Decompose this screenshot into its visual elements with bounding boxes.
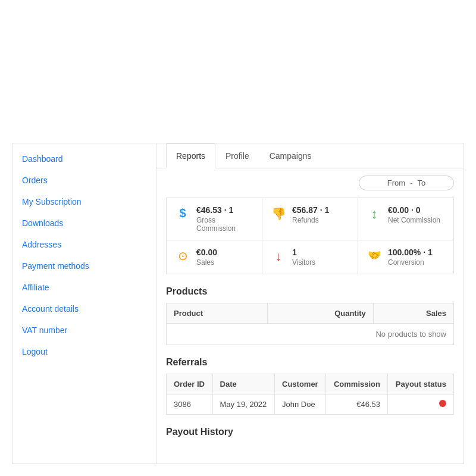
- products-col-sales: Sales: [373, 303, 453, 324]
- net-commission-value: €0.00 · 0: [388, 205, 440, 215]
- gross-commission-icon: $: [175, 206, 190, 220]
- col-payout-status: Payout status: [387, 374, 453, 394]
- payout-history-title: Payout History: [166, 427, 454, 437]
- sidebar-item-orders[interactable]: Orders: [12, 170, 156, 191]
- net-commission-label: Net Commission: [388, 216, 440, 224]
- page-wrapper: DashboardOrdersMy SubscriptionDownloadsA…: [0, 0, 476, 476]
- sidebar-item-affiliate[interactable]: Affiliate: [12, 277, 156, 298]
- to-label: To: [417, 178, 425, 187]
- products-section: Products Product Quantity Sales No produ…: [166, 286, 454, 345]
- referrals-header-row: Order ID Date Customer Commission Payout…: [167, 374, 454, 394]
- products-col-quantity: Quantity: [267, 303, 373, 324]
- sales-value: €0.00: [196, 248, 217, 257]
- referral-commission: €46.53: [326, 394, 388, 415]
- conversion-icon: 🤝: [367, 249, 382, 262]
- sales-label: Sales: [196, 258, 217, 267]
- stat-cell-refunds: 👎 €56.87 · 1 Refunds: [262, 198, 358, 240]
- stat-cell-net-commission: ↕ €0.00 · 0 Net Commission: [358, 198, 454, 240]
- referrals-row: 3086 May 19, 2022 John Doe €46.53: [167, 394, 454, 415]
- net-commission-icon: ↕: [367, 206, 382, 222]
- top-spacer: [12, 12, 464, 143]
- sidebar-item-account-details[interactable]: Account details: [12, 298, 156, 320]
- sidebar-item-downloads[interactable]: Downloads: [12, 212, 156, 234]
- referral-order-id: 3086: [167, 394, 213, 415]
- products-table-header-row: Product Quantity Sales: [167, 303, 454, 324]
- date-range-input[interactable]: From - To: [359, 176, 454, 190]
- products-no-data: No products to show: [167, 324, 454, 345]
- products-title: Products: [166, 286, 454, 297]
- referrals-section: Referrals Order ID Date Customer Commiss…: [166, 357, 454, 415]
- sidebar-item-payment-methods[interactable]: Payment methods: [12, 255, 156, 277]
- visitors-value: 1: [292, 248, 315, 257]
- referral-date: May 19, 2022: [212, 394, 274, 415]
- col-customer: Customer: [275, 374, 326, 394]
- net-commission-info: €0.00 · 0 Net Commission: [388, 205, 440, 224]
- col-order-id: Order ID: [167, 374, 213, 394]
- products-no-data-row: No products to show: [167, 324, 454, 345]
- date-range-bar: From - To: [156, 168, 464, 198]
- col-commission: Commission: [326, 374, 388, 394]
- visitors-info: 1 Visitors: [292, 248, 315, 267]
- referrals-title: Referrals: [166, 357, 454, 368]
- products-col-product: Product: [167, 303, 268, 324]
- tab-reports[interactable]: Reports: [166, 143, 215, 168]
- sidebar-item-my-subscription[interactable]: My Subscription: [12, 191, 156, 212]
- stat-cell-gross-commission: $ €46.53 · 1 Gross Commission: [167, 198, 262, 240]
- stat-cell-conversion: 🤝 100.00% · 1 Conversion: [358, 240, 454, 274]
- stats-grid: $ €46.53 · 1 Gross Commission 👎 €56.87 ·…: [166, 198, 454, 274]
- sidebar-item-logout[interactable]: Logout: [12, 341, 156, 362]
- tab-campaigns[interactable]: Campaigns: [259, 143, 322, 168]
- from-label: From: [387, 178, 405, 187]
- referrals-table: Order ID Date Customer Commission Payout…: [166, 374, 454, 415]
- sales-icon: ⊙: [175, 249, 190, 263]
- tab-profile[interactable]: Profile: [215, 143, 259, 168]
- referral-customer: John Doe: [275, 394, 326, 415]
- refunds-icon: 👎: [271, 206, 286, 221]
- products-table: Product Quantity Sales No products to sh…: [166, 303, 454, 345]
- visitors-label: Visitors: [292, 258, 315, 267]
- payout-history-section: Payout History: [166, 427, 454, 437]
- sidebar-item-dashboard[interactable]: Dashboard: [12, 148, 156, 170]
- referral-payout-status: [387, 394, 453, 415]
- sales-info: €0.00 Sales: [196, 248, 217, 267]
- sidebar-item-vat-number[interactable]: VAT number: [12, 320, 156, 341]
- gross-commission-info: €46.53 · 1 Gross Commission: [196, 205, 253, 233]
- gross-commission-label: Gross Commission: [196, 216, 253, 233]
- conversion-value: 100.00% · 1: [388, 248, 433, 257]
- main-content: ReportsProfileCampaigns From - To $ €46.…: [156, 143, 464, 464]
- visitors-icon: ↓: [271, 249, 286, 264]
- content-area: DashboardOrdersMy SubscriptionDownloadsA…: [12, 143, 464, 464]
- tabs-bar: ReportsProfileCampaigns: [156, 143, 464, 168]
- date-separator: -: [410, 178, 412, 187]
- sidebar-item-addresses[interactable]: Addresses: [12, 234, 156, 255]
- conversion-info: 100.00% · 1 Conversion: [388, 248, 433, 267]
- refunds-label: Refunds: [292, 216, 329, 224]
- refunds-info: €56.87 · 1 Refunds: [292, 205, 329, 224]
- gross-commission-value: €46.53 · 1: [196, 205, 253, 215]
- stat-cell-visitors: ↓ 1 Visitors: [262, 240, 358, 274]
- sidebar: DashboardOrdersMy SubscriptionDownloadsA…: [12, 143, 156, 464]
- stat-cell-sales: ⊙ €0.00 Sales: [167, 240, 262, 274]
- conversion-label: Conversion: [388, 258, 433, 267]
- refunds-value: €56.87 · 1: [292, 205, 329, 215]
- payout-status-dot: [439, 400, 446, 407]
- col-date: Date: [212, 374, 274, 394]
